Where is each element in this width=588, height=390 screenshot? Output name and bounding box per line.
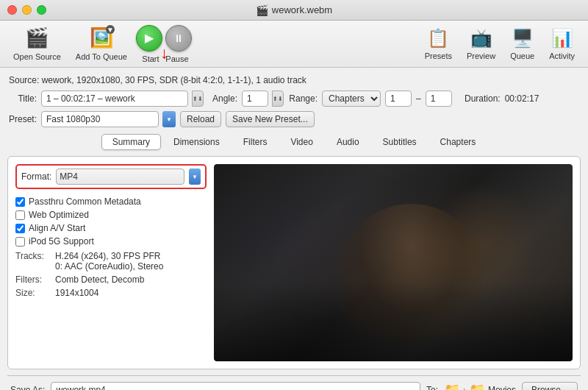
content-area: Source: wework, 1920x1080, 30 FPS, SDR (… <box>0 68 588 390</box>
queue-icon: 🖥️ <box>512 28 534 49</box>
range-from-input[interactable] <box>385 91 412 107</box>
title-input[interactable] <box>41 91 188 107</box>
window-controls <box>7 5 46 15</box>
toolbar: 🎬 Open Source 🖼️ ▼ Add To Queue ▶ ⏸ Star… <box>0 21 588 68</box>
open-source-label: Open Source <box>13 52 61 61</box>
range-label: Range: <box>288 93 318 104</box>
size-label: Size: <box>15 288 52 298</box>
range-to-input[interactable] <box>426 91 452 107</box>
tab-summary[interactable]: Summary <box>101 134 161 150</box>
add-badge: ▼ <box>106 25 115 34</box>
activity-label: Activity <box>549 52 575 60</box>
open-source-button[interactable]: 🎬 Open Source <box>6 24 68 64</box>
preset-input[interactable] <box>41 111 159 127</box>
angle-label: Angle: <box>208 93 237 104</box>
maximize-button[interactable] <box>37 5 46 15</box>
filters-value: Comb Detect, Decomb <box>55 274 144 285</box>
source-bar: Source: wework, 1920x1080, 30 FPS, SDR (… <box>7 72 581 88</box>
format-row: Format: ▼ <box>15 164 207 189</box>
web-optimized-checkbox[interactable] <box>15 210 25 220</box>
angle-stepper[interactable]: ⬆⬇ <box>272 91 284 107</box>
passthru-checkbox[interactable] <box>15 197 25 207</box>
video-preview <box>214 164 573 361</box>
format-label: Format: <box>21 171 51 182</box>
tab-chapters[interactable]: Chapters <box>429 134 487 150</box>
web-optimized-label: Web Optimized <box>29 210 89 220</box>
align-av-checkbox[interactable] <box>15 224 25 233</box>
minimize-button[interactable] <box>22 5 32 15</box>
filters-label: Filters: <box>15 274 52 285</box>
ipod-checkbox[interactable] <box>15 237 25 247</box>
tab-audio[interactable]: Audio <box>326 134 370 150</box>
range-dash: – <box>416 93 421 104</box>
save-new-preset-button[interactable]: Save New Preset... <box>226 111 315 127</box>
queue-label: Queue <box>510 52 534 60</box>
ipod-label: iPod 5G Support <box>29 236 94 247</box>
filters-row: Filters: Comb Detect, Decomb <box>15 272 207 285</box>
title-field-label: Title: <box>7 93 37 104</box>
close-button[interactable] <box>7 5 17 15</box>
pause-button[interactable]: ⏸ <box>165 25 192 52</box>
preset-label: Preset: <box>7 114 37 124</box>
add-to-queue-label: Add To Queue <box>76 52 127 61</box>
format-input[interactable] <box>56 169 184 185</box>
start-button[interactable]: ▶ <box>136 25 162 52</box>
bottom-bar: Save As: To: 📁 › 📁 Movies Browse... <box>7 375 581 390</box>
checkbox-web-optimized: Web Optimized <box>15 208 207 221</box>
activity-icon: 📊 <box>551 28 573 49</box>
tab-filters[interactable]: Filters <box>232 134 279 150</box>
browse-button[interactable]: Browse... <box>522 382 578 390</box>
title-row: Title: ⬆⬇ Angle: ⬆⬇ Range: Chapters – Du… <box>7 88 581 109</box>
title-text: wework.webm <box>272 4 332 15</box>
summary-panel: Format: ▼ Passthru Common Metadata Web O… <box>15 164 207 361</box>
size-row: Size: 1914x1004 <box>15 285 207 298</box>
preview-label: Preview <box>467 52 495 60</box>
reload-button[interactable]: Reload <box>180 111 221 127</box>
titlebar: 🎬 wework.webm <box>0 0 588 21</box>
format-dropdown-btn[interactable]: ▼ <box>189 169 201 185</box>
tracks-row: Tracks: H.264 (x264), 30 FPS PFR 0: AAC … <box>15 248 207 272</box>
checkbox-align-av: Align A/V Start <box>15 221 207 235</box>
save-as-label: Save As: <box>10 385 45 390</box>
presets-icon: 📋 <box>427 28 449 49</box>
tab-dimensions[interactable]: Dimensions <box>162 134 231 150</box>
angle-input[interactable] <box>242 91 268 107</box>
activity-button[interactable]: 📊 Activity <box>542 25 582 63</box>
tracks-value1: H.264 (x264), 30 FPS PFR <box>55 251 163 261</box>
main-panel: Format: ▼ Passthru Common Metadata Web O… <box>7 156 581 369</box>
presets-label: Presets <box>425 52 452 60</box>
preview-icon: 📺 <box>470 28 492 49</box>
duration-value: 00:02:17 <box>505 93 539 104</box>
tab-subtitles[interactable]: Subtitles <box>372 134 428 150</box>
source-text: Source: wework, 1920x1080, 30 FPS, SDR (… <box>9 75 306 85</box>
title-stepper[interactable]: ⬆⬇ <box>192 91 204 107</box>
presets-button[interactable]: 📋 Presets <box>417 25 459 63</box>
passthru-label: Passthru Common Metadata <box>29 196 141 207</box>
red-arrow-indicator: ↑ <box>160 46 168 65</box>
folder-path: 📁 › 📁 Movies <box>444 382 516 390</box>
window-title: 🎬 wework.webm <box>256 4 332 16</box>
to-label: To: <box>426 385 438 390</box>
queue-button[interactable]: 🖥️ Queue <box>503 25 542 63</box>
preview-button[interactable]: 📺 Preview <box>459 25 503 63</box>
preset-dropdown-btn[interactable]: ▼ <box>162 111 176 127</box>
range-select[interactable]: Chapters <box>322 91 381 107</box>
tab-bar: Summary Dimensions Filters Video Audio S… <box>7 130 581 152</box>
save-as-input[interactable] <box>51 382 420 390</box>
add-to-queue-button[interactable]: 🖼️ ▼ Add To Queue <box>68 24 135 64</box>
file-icon: 🎬 <box>256 4 268 16</box>
tab-video[interactable]: Video <box>279 134 323 150</box>
folder-icon2: 📁 <box>469 382 485 390</box>
open-source-icon: 🎬 <box>25 26 49 49</box>
tracks-value2: 0: AAC (CoreAudio), Stereo <box>55 261 163 272</box>
path-dest: Movies <box>488 385 516 390</box>
align-av-label: Align A/V Start <box>29 223 85 233</box>
checkbox-passthru: Passthru Common Metadata <box>15 195 207 208</box>
checkbox-ipod: iPod 5G Support <box>15 235 207 248</box>
duration-label: Duration: <box>456 93 501 104</box>
tracks-label: Tracks: <box>15 251 52 272</box>
folder-icon: 📁 <box>444 382 460 390</box>
path-arrow: › <box>463 385 466 390</box>
video-preview-panel <box>214 164 573 361</box>
preset-row: Preset: ▼ Reload Save New Preset... <box>7 109 581 130</box>
